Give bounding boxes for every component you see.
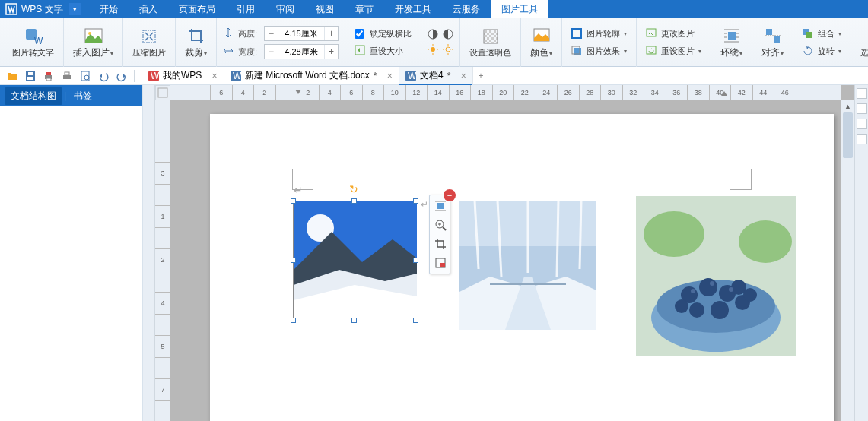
height-minus[interactable]: − (265, 27, 278, 40)
contrast-icon[interactable] (428, 29, 438, 42)
svg-point-88 (699, 278, 717, 296)
resize-handle[interactable] (413, 258, 418, 263)
resize-handle[interactable] (291, 258, 296, 263)
svg-rect-46 (27, 77, 33, 80)
tab-cloud[interactable]: 云服务 (442, 0, 491, 18)
horizontal-ruler[interactable]: 6422468101214161820222426283032343638404… (170, 85, 841, 100)
sidebar-tool-2[interactable] (857, 103, 867, 114)
tab-view[interactable]: 视图 (305, 0, 345, 18)
indent-marker-bottom[interactable] (721, 85, 727, 100)
group-button[interactable]: 组合▾ (800, 27, 844, 42)
tab-section[interactable]: 章节 (345, 0, 384, 18)
resize-handle[interactable] (351, 318, 357, 323)
export-icon[interactable] (59, 68, 75, 84)
resize-handle[interactable] (291, 318, 296, 323)
effect-button[interactable]: 图片效果▾ (568, 44, 630, 59)
transparency-button[interactable]: 设置透明色 (466, 26, 514, 60)
height-plus[interactable]: + (324, 27, 338, 40)
float-zoom-button[interactable] (432, 217, 449, 233)
insert-picture-button[interactable]: 插入图片▾ (70, 25, 116, 61)
vertical-scrollbar[interactable]: ▲ ▼ (841, 100, 854, 421)
doc-tab-mywps[interactable]: W 我的WPS × (142, 67, 224, 85)
tab-reference[interactable]: 引用 (226, 0, 265, 18)
select-pane-button[interactable]: 选择窗格 (857, 26, 868, 60)
scroll-up-icon[interactable]: ▲ (841, 100, 854, 112)
vertical-ruler[interactable]: 312457810 (155, 100, 170, 421)
width-minus[interactable]: − (265, 45, 278, 59)
sidebar-tool-4[interactable] (857, 134, 867, 144)
lock-ratio-input[interactable] (355, 29, 364, 39)
open-icon[interactable] (5, 68, 20, 84)
preview-icon[interactable] (78, 68, 93, 84)
align-button[interactable]: 对齐▾ (758, 25, 787, 61)
tab-insert[interactable]: 插入 (129, 0, 168, 18)
brightness-up-icon[interactable] (428, 44, 438, 57)
print-icon[interactable] (41, 68, 56, 84)
reset-size-button[interactable]: 重设大小 (351, 43, 415, 59)
brightness-icon[interactable] (443, 29, 453, 42)
save-icon[interactable] (23, 68, 38, 84)
nav-tab-bookmark[interactable]: 书签 (68, 87, 98, 105)
scrollbar-thumb[interactable] (843, 112, 853, 158)
undo-icon[interactable] (96, 68, 111, 84)
svg-rect-47 (28, 72, 33, 75)
workspace: 文档结构图 | 书签 64224681012141618202224262830… (0, 85, 868, 421)
close-icon[interactable]: × (460, 70, 466, 81)
svg-rect-49 (46, 72, 51, 75)
align-icon (764, 27, 782, 45)
sidebar-tool-1[interactable] (857, 88, 867, 99)
tab-home[interactable]: 开始 (89, 0, 129, 18)
svg-rect-23 (572, 29, 581, 38)
doc-tab-doc2[interactable]: W 文档4 * × (399, 67, 473, 85)
navigation-body (0, 106, 142, 421)
inserted-image-2[interactable] (459, 201, 596, 330)
tab-review[interactable]: 审阅 (265, 0, 305, 18)
inserted-image-1[interactable]: ↻ (293, 201, 416, 321)
svg-point-92 (711, 301, 729, 319)
redo-icon[interactable] (114, 68, 129, 84)
crop-button[interactable]: 裁剪▾ (182, 25, 210, 61)
width-field[interactable] (278, 45, 324, 59)
indent-marker-top[interactable] (295, 85, 301, 100)
app-title: WPS 文字 (21, 3, 63, 16)
brightness-down-icon[interactable] (443, 44, 453, 57)
sidebar-tool-3[interactable] (857, 119, 867, 129)
resize-handle[interactable] (351, 198, 357, 204)
height-input[interactable]: − + (264, 26, 339, 41)
change-pic-button[interactable]: 更改图片 (643, 27, 704, 42)
resize-handle[interactable] (291, 198, 296, 204)
nav-tab-structure[interactable]: 文档结构图 (5, 87, 62, 105)
resize-handle[interactable] (413, 318, 418, 323)
rotate-handle-icon[interactable]: ↻ (349, 183, 360, 194)
resize-handle[interactable] (413, 198, 418, 204)
height-field[interactable] (278, 27, 324, 40)
float-reset-button[interactable] (432, 255, 449, 271)
svg-rect-21 (484, 30, 498, 43)
outline-button[interactable]: 图片轮廓▾ (568, 27, 630, 42)
rotate-button[interactable]: 旋转▾ (800, 44, 844, 59)
close-icon[interactable]: × (211, 70, 218, 81)
width-plus[interactable]: + (324, 45, 338, 59)
reset-pic-button[interactable]: 重设图片▾ (643, 44, 704, 59)
float-crop-button[interactable] (432, 236, 449, 252)
page-canvas[interactable]: ↵ ↻ (170, 100, 841, 421)
tab-layout[interactable]: 页面布局 (168, 0, 226, 18)
app-menu-dropdown[interactable]: ▾ (69, 3, 81, 15)
svg-rect-52 (65, 72, 69, 75)
tab-picture-tools[interactable]: 图片工具 (491, 0, 548, 18)
new-tab-button[interactable]: + (473, 71, 488, 81)
wrap-button[interactable]: 环绕▾ (717, 25, 746, 61)
inserted-image-3[interactable] (636, 196, 796, 356)
document-tabs: W 我的WPS × W 新建 Microsoft Word 文档.docx * … (142, 67, 488, 85)
close-toolbar-icon[interactable]: − (444, 189, 456, 201)
svg-rect-65 (437, 203, 444, 209)
compress-picture-button[interactable]: 压缩图片 (129, 26, 169, 60)
color-button[interactable]: 颜色▾ (527, 25, 555, 61)
tab-dev[interactable]: 开发工具 (384, 0, 442, 18)
pic-to-text-button[interactable]: W 图片转文字 (9, 26, 57, 60)
image-float-toolbar: − (429, 195, 450, 274)
lock-ratio-checkbox[interactable]: 锁定纵横比 (351, 27, 415, 41)
doc-tab-doc1[interactable]: W 新建 Microsoft Word 文档.docx * × (224, 67, 399, 85)
width-input[interactable]: − + (264, 44, 339, 59)
close-icon[interactable]: × (386, 70, 393, 81)
